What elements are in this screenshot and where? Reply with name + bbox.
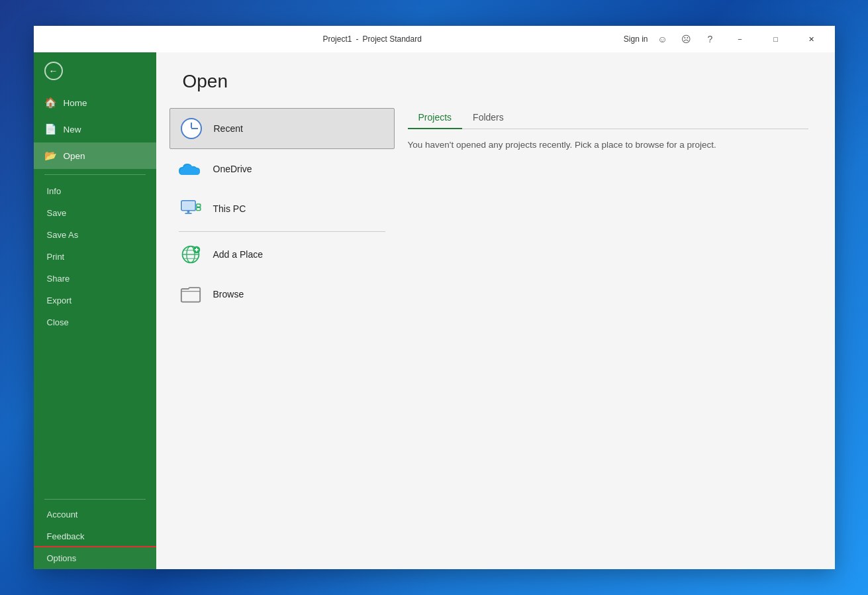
close-button[interactable]: ✕	[796, 28, 827, 50]
export-label: Export	[47, 296, 72, 305]
sidebar-item-open-label: Open	[64, 151, 85, 161]
save-label: Save	[47, 208, 67, 218]
onedrive-label: OneDrive	[213, 164, 252, 174]
sidebar-item-home[interactable]: 🏠 Home	[34, 89, 156, 116]
browse-label: Browse	[213, 289, 244, 299]
tab-folders-label: Folders	[473, 112, 504, 123]
location-browse[interactable]: Browse	[169, 274, 395, 314]
maximize-button[interactable]: □	[761, 28, 791, 50]
share-label: Share	[47, 274, 70, 284]
sidebar-item-share[interactable]: Share	[34, 268, 156, 290]
back-icon: ←	[44, 62, 63, 80]
page-title: Open	[183, 71, 808, 92]
thispc-label: This PC	[213, 203, 246, 214]
sidebar-item-info[interactable]: Info	[34, 180, 156, 202]
thispc-icon	[179, 197, 203, 221]
svg-point-9	[199, 205, 200, 205]
tab-projects[interactable]: Projects	[408, 108, 463, 129]
titlebar-title: Project1	[322, 34, 352, 44]
right-panel: Projects Folders You haven't opened any …	[395, 103, 822, 556]
sidebar: ← 🏠 Home 📄 New 📂 Open Info Save	[34, 52, 156, 569]
sidebar-item-feedback[interactable]: Feedback	[34, 525, 156, 547]
app-window: Project1 - Project Standard Sign in ☺ ☹ …	[34, 26, 835, 569]
print-label: Print	[47, 252, 65, 262]
sidebar-item-options[interactable]: Options	[34, 547, 156, 569]
addplace-label: Add a Place	[213, 249, 264, 260]
sidebar-item-save-as[interactable]: Save As	[34, 224, 156, 246]
home-icon: 🏠	[44, 97, 57, 109]
sidebar-item-new[interactable]: 📄 New	[34, 116, 156, 142]
recent-icon	[179, 117, 203, 140]
new-icon: 📄	[44, 123, 57, 135]
save-as-label: Save As	[47, 230, 79, 240]
content-area: Open Recent	[156, 52, 835, 569]
titlebar-center: Project1 - Project Standard	[322, 34, 421, 44]
options-label: Options	[47, 553, 77, 563]
main-area: ← 🏠 Home 📄 New 📂 Open Info Save	[34, 52, 835, 569]
tab-folders[interactable]: Folders	[462, 108, 514, 129]
sad-icon[interactable]: ☹	[677, 30, 696, 48]
tabs-row: Projects Folders	[408, 108, 808, 129]
content-header: Open	[156, 52, 835, 103]
onedrive-icon	[179, 157, 203, 181]
sidebar-divider-top	[44, 174, 146, 175]
location-addplace[interactable]: Add a Place	[169, 235, 395, 274]
feedback-label: Feedback	[47, 531, 85, 541]
sidebar-item-home-label: Home	[64, 98, 87, 108]
help-icon[interactable]: ?	[701, 30, 720, 48]
sidebar-divider-bottom	[44, 499, 146, 500]
sidebar-item-print[interactable]: Print	[34, 246, 156, 268]
titlebar-subtitle: Project Standard	[362, 34, 421, 44]
sidebar-spacer	[34, 333, 156, 499]
titlebar: Project1 - Project Standard Sign in ☺ ☹ …	[34, 26, 835, 52]
sidebar-item-close[interactable]: Close	[34, 311, 156, 333]
account-label: Account	[47, 510, 78, 519]
content-body: Recent OneDrive	[156, 103, 835, 569]
info-label: Info	[47, 186, 62, 196]
titlebar-right: Sign in ☺ ☹ ? − □ ✕	[624, 28, 827, 50]
minimize-button[interactable]: −	[725, 28, 755, 50]
location-separator	[179, 231, 385, 232]
sidebar-item-save[interactable]: Save	[34, 202, 156, 224]
sidebar-item-open[interactable]: 📂 Open	[34, 142, 156, 169]
back-button[interactable]: ←	[34, 52, 156, 89]
location-thispc[interactable]: This PC	[169, 189, 395, 229]
svg-rect-4	[185, 213, 192, 214]
close-label: Close	[47, 317, 69, 327]
browse-icon	[179, 282, 203, 306]
addplace-icon	[179, 243, 203, 266]
signin-button[interactable]: Sign in	[624, 34, 648, 44]
sidebar-item-export[interactable]: Export	[34, 290, 156, 311]
open-icon: 📂	[44, 150, 57, 162]
location-recent[interactable]: Recent	[169, 108, 395, 149]
tab-projects-label: Projects	[418, 112, 452, 123]
smiley-icon[interactable]: ☺	[653, 30, 672, 48]
clock-icon	[181, 118, 202, 139]
location-onedrive[interactable]: OneDrive	[169, 149, 395, 189]
locations-panel: Recent OneDrive	[169, 103, 395, 556]
recent-label: Recent	[214, 123, 243, 134]
sidebar-item-account[interactable]: Account	[34, 504, 156, 525]
sidebar-item-new-label: New	[64, 125, 81, 135]
svg-rect-2	[182, 202, 194, 209]
titlebar-separator: -	[356, 34, 358, 44]
svg-rect-3	[187, 211, 189, 213]
svg-point-10	[199, 209, 200, 209]
empty-state-text: You haven't opened any projects recently…	[408, 140, 808, 150]
